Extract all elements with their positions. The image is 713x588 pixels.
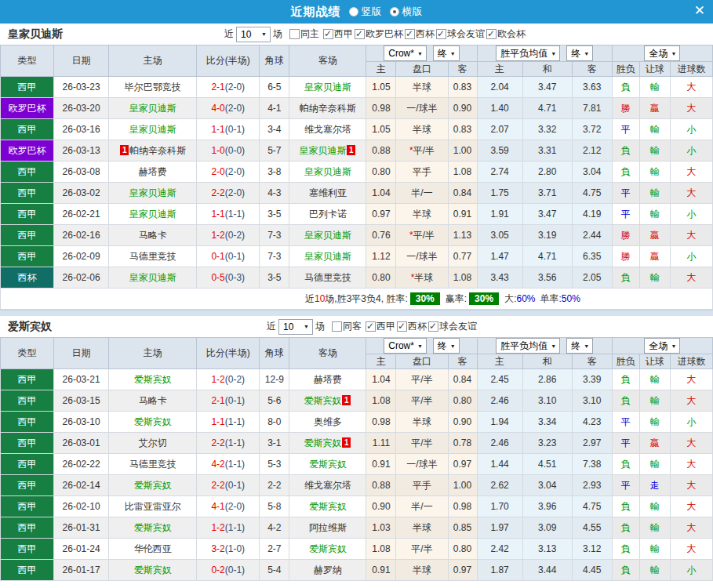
col-type: 类型 (1, 338, 54, 369)
avg-away: 2.93 (572, 475, 612, 496)
match-count-select[interactable]: 10 ▼ (278, 319, 313, 335)
home-team: 皇家贝迪斯 (109, 98, 197, 119)
corner-score: 2-7 (260, 539, 289, 560)
profit-rate-label: 赢率: (446, 292, 467, 306)
fulltime-score: 1-2 (211, 374, 224, 385)
scope-select[interactable]: 全场 ▼ (644, 338, 680, 354)
handicap-name: 平/半 (411, 395, 432, 406)
col-handicap: 盘口 (396, 354, 448, 369)
avg-type-select[interactable]: 胜平负均值 ▼ (496, 338, 560, 354)
scope-select[interactable]: 全场 ▼ (644, 45, 680, 61)
result-outcome: 負 (612, 454, 639, 475)
match-row: 西甲26-01-31爱斯宾奴1-2(1-1)4-2阿拉维斯1.03半球0.851… (1, 517, 713, 539)
match-score: 4-0(2-0) (197, 98, 260, 119)
topbar: 近期战绩 竖版 横版 ✕ (0, 0, 713, 24)
checkbox-icon[interactable] (397, 321, 407, 332)
same-filter-checkbox[interactable] (332, 321, 342, 332)
fulltime-score: 1-1 (211, 209, 224, 220)
col-result: 胜负 (612, 354, 639, 369)
odds-home: 1.12 (366, 246, 396, 267)
same-filter[interactable]: 同主 (289, 27, 319, 41)
layout-option-horizontal[interactable]: 横版 (390, 5, 423, 19)
match-count-select[interactable]: 10 ▼ (236, 27, 271, 42)
avg-draw: 3.47 (522, 204, 572, 225)
checkbox-icon[interactable] (436, 29, 446, 39)
checkbox-icon[interactable] (366, 321, 376, 332)
match-date: 26-02-14 (54, 475, 109, 496)
home-team: 皇家贝迪斯 (109, 183, 197, 204)
team-name: 爱斯宾奴 (309, 501, 347, 512)
league-filter[interactable]: 西杯 (397, 320, 427, 333)
checkbox-icon[interactable] (486, 29, 497, 39)
avg-type-select[interactable]: 胜平负均值 ▼ (496, 45, 560, 61)
final-avg-select[interactable]: 终 ▼ (566, 338, 593, 354)
result-outcome: 勝 (612, 98, 639, 119)
odds-home: 0.97 (366, 204, 396, 225)
result-handicap: 輸 (639, 77, 670, 98)
same-filter[interactable]: 同客 (332, 320, 362, 333)
team-name: 皇家贝迪斯 (304, 166, 351, 177)
halftime-score: (2-0) (225, 501, 245, 512)
league-filter[interactable]: 球会友谊 (436, 27, 485, 41)
final-odds-select[interactable]: 终 ▼ (433, 45, 460, 61)
checkbox-icon[interactable] (355, 29, 365, 39)
home-team: 马略卡 (109, 390, 197, 412)
avg-draw: 3.96 (522, 496, 572, 517)
radio-icon[interactable] (349, 7, 358, 16)
avg-draw: 3.13 (522, 539, 572, 560)
select-value: 终 (438, 339, 447, 353)
odds-source-select[interactable]: Crow* ▼ (384, 338, 427, 354)
league-filter[interactable]: 欧罗巴杯 (355, 27, 403, 41)
avg-away: 4.45 (572, 560, 612, 581)
team-name: 赫塔费 (314, 374, 342, 385)
team-name: 皇家贝迪斯 (304, 230, 351, 241)
checkbox-icon[interactable] (405, 29, 415, 39)
league-filter[interactable]: 欧会杯 (486, 27, 526, 41)
league-badge: 西甲 (1, 475, 54, 496)
fulltime-score: 0-1 (211, 251, 224, 262)
avg-home: 2.45 (477, 369, 522, 390)
team-name: 皇家贝迪斯 (129, 272, 176, 283)
odd-rate-value: 50% (562, 293, 580, 304)
league-filter[interactable]: 西杯 (405, 27, 435, 41)
corner-score: 2-2 (260, 475, 289, 496)
team-summary: 近10场,胜3平3负4, 胜率: 30% 赢率: 30% 大:60% 单率:50… (0, 289, 713, 310)
same-filter-checkbox[interactable] (289, 29, 300, 39)
team-name: 艾尔切 (139, 437, 167, 448)
match-score: 0-1(0-1) (197, 246, 260, 267)
result-outcome: 勝 (612, 225, 639, 246)
odds-source-select[interactable]: Crow* ▼ (384, 45, 427, 61)
select-value: Crow* (388, 48, 414, 59)
chevron-down-icon: ▼ (450, 51, 456, 56)
match-date: 26-01-17 (54, 560, 109, 581)
result-goals: 大 (670, 162, 712, 183)
radio-icon[interactable] (390, 7, 399, 16)
odds-home: 0.88 (366, 140, 396, 162)
team-name: 赫塔费 (139, 166, 167, 177)
checkbox-icon[interactable] (323, 29, 333, 39)
final-odds-select[interactable]: 终 ▼ (433, 338, 460, 354)
match-score: 1-0(0-0) (197, 140, 260, 162)
final-avg-select[interactable]: 终 ▼ (566, 45, 593, 61)
col-odds-away: 客 (448, 354, 477, 369)
result-goals: 小 (670, 560, 712, 581)
league-filter[interactable]: 西甲 (323, 27, 353, 41)
odds-home: 1.05 (366, 119, 396, 140)
match-date: 26-02-10 (54, 496, 109, 517)
layout-option-vertical[interactable]: 竖版 (349, 5, 382, 19)
odds-home: 0.91 (366, 560, 396, 581)
handicap-name: 平/半 (411, 543, 432, 554)
league-filter[interactable]: 球会友谊 (428, 320, 477, 333)
close-icon[interactable]: ✕ (694, 2, 705, 19)
summary-text: 近 (305, 292, 315, 306)
handicap: 一/球半 (396, 98, 448, 119)
result-outcome: 負 (612, 517, 639, 539)
team-name: 阿拉维斯 (309, 522, 347, 533)
league-filter[interactable]: 西甲 (366, 320, 395, 333)
handicap-name: 平/半 (411, 437, 432, 448)
away-team: 马德里竞技 (289, 267, 366, 289)
checkbox-icon[interactable] (428, 321, 438, 332)
result-goals: 大 (670, 454, 712, 475)
team-name: 奥维多 (314, 416, 342, 427)
away-team: 赫塔费 (289, 369, 366, 390)
